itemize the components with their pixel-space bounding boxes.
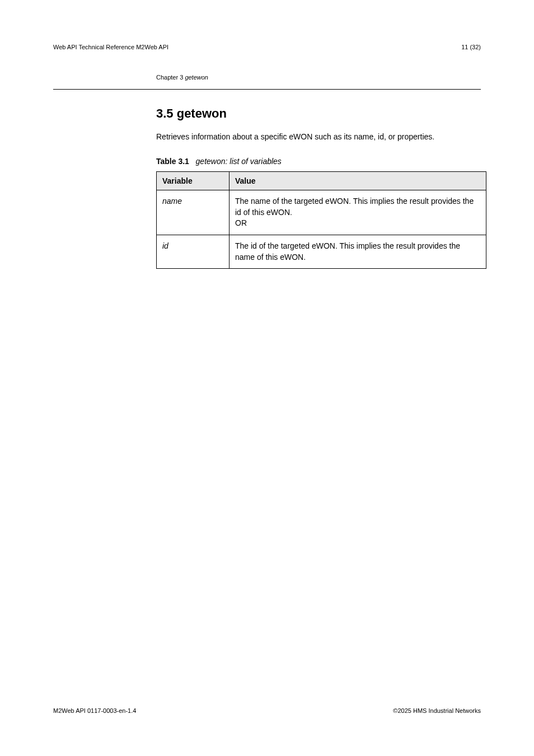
table-row: id The id of the targeted eWON. This imp…: [157, 235, 486, 269]
col-value: Value: [229, 172, 486, 190]
page-subtitle: Chapter 3 getewon: [53, 74, 481, 81]
table-caption: Table 3.1 getewon: list of variables: [156, 157, 481, 166]
copyright: ©2025 HMS Industrial Networks: [393, 707, 481, 714]
variable-table: Variable Value name The name of the targ…: [156, 171, 486, 269]
intro-paragraph: Retrieves information about a specific e…: [156, 131, 481, 142]
table-row: name The name of the targeted eWON. This…: [157, 190, 486, 235]
section-heading: 3.5 getewon: [156, 106, 481, 121]
param-name: name: [157, 190, 229, 235]
param-desc: The name of the targeted eWON. This impl…: [229, 190, 486, 235]
page-number-top: 11 (32): [461, 44, 481, 50]
param-id: id: [157, 235, 229, 269]
doc-ref: M2Web API 0117-0003-en-1.4: [53, 707, 136, 714]
param-desc: The id of the targeted eWON. This implie…: [229, 235, 486, 269]
table-header-row: Variable Value: [157, 172, 486, 190]
header-divider: [53, 89, 481, 90]
col-variable: Variable: [157, 172, 229, 190]
manual-name: Web API Technical Reference M2Web API: [53, 44, 168, 50]
